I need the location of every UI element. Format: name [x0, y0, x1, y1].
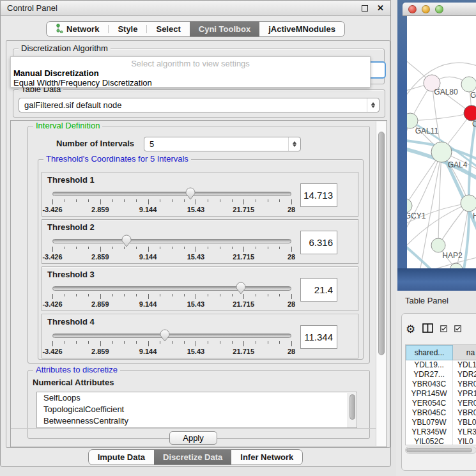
table-row[interactable]: YBL079WYBL0	[406, 418, 476, 427]
table-column-header-1[interactable]: na	[453, 345, 476, 360]
threshold-panel-3: Threshold 3-3.4262.8599.14415.4321.71528	[42, 266, 358, 311]
tab-label: Discretize Data	[163, 452, 222, 462]
threshold-value-field-3[interactable]	[300, 278, 337, 302]
attribute-item-topologicalcoefficient[interactable]: TopologicalCoefficient	[37, 404, 357, 415]
network-node-label: GAL4	[448, 160, 468, 169]
table-column-header-0[interactable]: shared...	[406, 345, 453, 360]
tab-jactivemnodules[interactable]: jActiveMNodules	[259, 22, 344, 36]
dropdown-option-equal-width-frequency-discretization[interactable]: Equal Width/Frequency Discretization	[11, 78, 370, 88]
tab-cyni-toolbox[interactable]: Cyni Toolbox	[190, 22, 259, 36]
settings-panel-scrollbar[interactable]	[376, 121, 386, 446]
threshold-value-field-2[interactable]	[300, 231, 337, 254]
table-cell[interactable]: YBL079W	[406, 418, 453, 427]
table-row[interactable]: YDL19...YDL1	[406, 360, 476, 370]
attributes-scrollbar-thumb[interactable]	[349, 394, 355, 420]
table-row[interactable]: YLR345WYLR3	[406, 427, 476, 437]
network-node-h[interactable]	[461, 195, 476, 211]
slider-handle[interactable]	[159, 328, 171, 342]
table-cell[interactable]: YBR0	[453, 408, 476, 418]
table-row[interactable]: YPR145WYPR1	[406, 389, 476, 399]
tab-label: Impute Data	[98, 452, 145, 462]
tab-network[interactable]: Network	[47, 22, 108, 36]
table-cell[interactable]: YPR1	[453, 389, 476, 399]
table-cell[interactable]: YIL052C	[406, 437, 453, 445]
desktop: { "window": { "title": "Control Panel" }…	[0, 0, 476, 476]
table-row[interactable]: YDR27...YDR2	[406, 370, 476, 380]
dropdown-option-manual-discretization[interactable]: Manual Discretization	[11, 68, 370, 78]
tick-label: 28	[288, 300, 295, 308]
table-cell[interactable]: YDR27...	[406, 370, 453, 380]
network-node-gcy1[interactable]	[407, 199, 412, 213]
tab-label: Select	[156, 24, 180, 34]
slider-track[interactable]	[52, 192, 291, 196]
control-panel-titlebar[interactable]: Control Panel ✕	[1, 1, 390, 16]
table-cell[interactable]: YBL0	[453, 418, 476, 427]
slider-track[interactable]	[52, 239, 291, 243]
checkbox-icon[interactable]	[440, 325, 447, 334]
network-node-gal4[interactable]	[431, 142, 452, 162]
table-cell[interactable]: YLR345W	[406, 427, 453, 437]
tick-label: -3.426	[42, 253, 62, 261]
table-cell[interactable]: YLR3	[453, 427, 476, 437]
apply-button[interactable]: Apply	[169, 431, 217, 445]
discretize-settings-panel: Interval Definition Number of Intervals …	[10, 120, 387, 447]
table-data-combobox[interactable]: galFiltered.sif default node	[19, 98, 380, 112]
table-cell[interactable]: YBR045C	[406, 408, 453, 418]
threshold-value-field-4[interactable]	[300, 325, 337, 349]
number-of-intervals-combobox[interactable]: 5	[144, 137, 301, 151]
float-window-icon[interactable]	[362, 5, 368, 12]
attribute-item-selfloops[interactable]: SelfLoops	[37, 392, 357, 404]
zoom-traffic-light-icon[interactable]	[435, 5, 443, 13]
tab-discretize-data[interactable]: Discretize Data	[154, 450, 231, 464]
network-canvas[interactable]: GAL80GCGAL11GAL4GCY1HHAP2	[407, 16, 476, 268]
attribute-item-betweennesscentrality[interactable]: BetweennessCentrality	[37, 415, 357, 427]
split-columns-icon[interactable]	[422, 323, 433, 335]
slider-track[interactable]	[52, 334, 291, 338]
slider-track[interactable]	[52, 286, 291, 291]
network-node-g[interactable]	[461, 77, 476, 92]
tab-label: Infer Network	[240, 452, 293, 462]
threshold-value-field-1[interactable]	[300, 183, 337, 207]
tab-select[interactable]: Select	[147, 22, 189, 36]
table-horizontal-scrollbar[interactable]	[405, 447, 476, 454]
table-row[interactable]: YER054CYER0	[406, 399, 476, 408]
network-window-titlebar[interactable]	[403, 3, 476, 16]
control-panel-window: Control Panel ✕ NetworkStyleSelectCyni T…	[0, 0, 391, 467]
table-data-combobox-value: galFiltered.sif default node	[24, 100, 367, 110]
tab-infer-network[interactable]: Infer Network	[231, 450, 302, 464]
network-node-red[interactable]	[464, 105, 476, 121]
tab-style[interactable]: Style	[109, 22, 146, 36]
slider-handle[interactable]	[121, 234, 132, 247]
table-row[interactable]: YBR043CYBR0	[406, 380, 476, 389]
slider-handle[interactable]	[185, 187, 196, 200]
table-cell[interactable]: YER054C	[406, 399, 453, 408]
close-traffic-light-icon[interactable]	[408, 5, 417, 13]
threshold-label: Threshold 2	[47, 222, 95, 232]
slider-handle[interactable]	[235, 281, 247, 295]
table-cell[interactable]: YDL19...	[406, 360, 453, 370]
tab-impute-data[interactable]: Impute Data	[89, 450, 154, 464]
table-cell[interactable]: YBR043C	[406, 380, 453, 389]
network-window-frame	[397, 268, 476, 291]
close-icon[interactable]: ✕	[377, 3, 384, 13]
table-row[interactable]: YBR045CYBR0	[406, 408, 476, 418]
table-cell[interactable]: YIL0	[453, 437, 476, 445]
slider-ticks	[52, 199, 291, 205]
gear-icon[interactable]: ⚙	[406, 324, 415, 335]
cyni-toolbox-content: Discretization Algorithm Select algorith…	[6, 40, 390, 448]
settings-panel-scrollbar-thumb[interactable]	[378, 132, 385, 355]
tick-label: 9.144	[139, 206, 157, 213]
table-cell[interactable]: YPR145W	[406, 389, 453, 399]
tick-label: -3.426	[42, 348, 62, 355]
table-cell[interactable]: YBR0	[453, 380, 476, 389]
table-cell[interactable]: YER0	[453, 399, 476, 408]
table-hscrollbar-thumb[interactable]	[406, 448, 472, 452]
checkbox-icon[interactable]	[454, 325, 461, 334]
network-node-hap2[interactable]	[431, 238, 445, 252]
table-row[interactable]: YIL052CYIL0	[406, 437, 476, 445]
network-node-label: C	[472, 119, 476, 128]
minimize-traffic-light-icon[interactable]	[422, 5, 430, 13]
attributes-list-scrollbar[interactable]	[348, 393, 356, 427]
table-cell[interactable]: YDR2	[453, 370, 476, 380]
table-cell[interactable]: YDL1	[453, 360, 476, 370]
